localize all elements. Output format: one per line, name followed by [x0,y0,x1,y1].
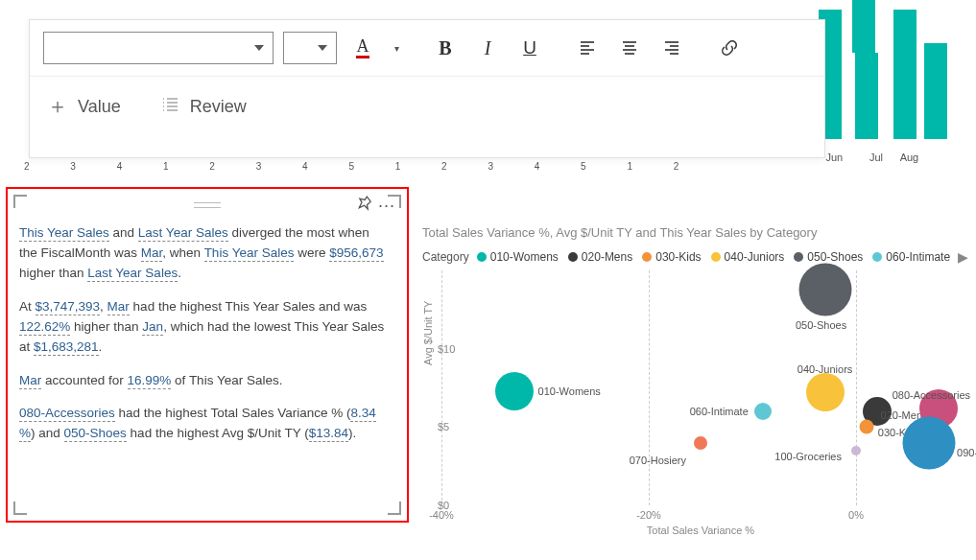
add-value-button[interactable]: ＋ Value [47,92,121,121]
align-right-button[interactable] [655,32,688,64]
legend-swatch [568,252,578,262]
bubble-label: 040-Juniors [797,363,852,375]
axis-label: Jul [869,152,883,163]
bubble-090-Home[interactable] [902,416,955,469]
italic-button[interactable]: I [471,32,504,64]
narr-value[interactable]: 050-Shoes [64,426,127,442]
bubble-070-Hosiery[interactable] [694,436,707,450]
narr-value[interactable]: Mar [141,245,163,262]
y-tick: $10 [438,343,455,355]
y-axis-label: Avg $/Unit TY [422,300,434,364]
legend-label: 020-Mens [582,250,632,264]
narrative-text-body[interactable]: This Year Sales and Last Year Sales dive… [12,220,403,517]
legend-swatch [477,252,487,262]
bubble-040-Juniors[interactable] [806,373,845,411]
pin-icon[interactable] [357,196,372,218]
legend-label: 060-Intimate [886,250,950,264]
narr-value[interactable]: 16.99% [128,373,172,389]
bubble-010-Womens[interactable] [495,372,534,410]
resize-handle[interactable] [388,502,401,515]
legend-swatch [794,252,803,262]
chart-title: Total Sales Variance %, Avg $/Unit TY an… [422,225,969,240]
underline-button[interactable]: U [513,32,546,64]
narr-value[interactable]: This Year Sales [19,225,109,242]
legend-swatch [642,252,652,262]
y-tick: $0 [438,500,449,511]
legend-label: 040-Juniors [725,250,785,264]
narr-value[interactable]: Mar [19,373,41,389]
visual-header: ··· [12,193,403,220]
x-tick: 0% [848,509,864,521]
review-label: Review [190,97,247,117]
bubble-030-Kids[interactable] [859,420,873,434]
resize-handle[interactable] [13,502,27,515]
narr-value[interactable]: 080-Accessories [19,406,115,422]
bubble-label: 090-Home [957,447,976,458]
align-center-button[interactable] [613,32,646,64]
bubble-label: 070-Hosiery [630,455,686,466]
font-color-button[interactable]: A [346,32,379,64]
legend-item[interactable]: 020-Mens [568,250,632,264]
bubble-label: 010-Womens [538,385,601,397]
legend-label: 050-Shoes [807,250,863,264]
review-button[interactable]: Review [159,94,247,120]
hyperlink-button[interactable] [713,32,746,64]
axis-label: Aug [900,152,919,163]
formatting-toolbar: A ▾ B I U ＋ Value Review [29,19,825,158]
review-icon [159,94,180,120]
font-family-select[interactable] [43,32,274,64]
font-color-dropdown[interactable]: ▾ [389,32,404,64]
narr-value[interactable]: Mar [107,299,130,315]
bubble-label: 080-Accessories [893,389,970,401]
narr-value[interactable]: $1,683,281 [34,339,99,356]
narr-value[interactable]: $956,673 [329,245,383,262]
bubble-label: 100-Groceries [774,451,842,462]
scatter-chart-visual[interactable]: Total Sales Variance %, Avg $/Unit TY an… [422,225,969,542]
bubble-060-Intimate[interactable] [754,403,772,420]
bubble-label: 050-Shoes [796,319,846,331]
bubble-100-Groceries[interactable] [851,446,861,455]
axis-label: Jun [825,152,843,163]
chart-plot-area[interactable]: Avg $/Unit TY Total Sales Variance % -40… [441,270,960,505]
narr-value[interactable]: Last Year Sales [138,225,228,242]
bubble-label: 060-Intimate [690,406,749,417]
legend-item[interactable]: 060-Intimate [872,250,950,264]
narr-value[interactable]: $13.84 [309,426,348,442]
value-label: Value [78,97,121,117]
legend-item[interactable]: 030-Kids [642,250,701,264]
narr-value[interactable]: 122.62% [19,319,70,336]
legend-title: Category [422,250,469,264]
bold-button[interactable]: B [429,32,462,64]
y-tick: $5 [438,421,449,432]
legend-swatch [872,252,882,262]
legend-item[interactable]: 040-Juniors [711,250,785,264]
font-size-select[interactable] [283,32,337,64]
legend-item[interactable]: 050-Shoes [794,250,863,264]
x-axis-label: Total Sales Variance % [647,525,754,536]
narrative-visual-highlight: ··· This Year Sales and Last Year Sales … [6,187,409,523]
narr-value[interactable]: This Year Sales [204,245,295,262]
legend-item[interactable]: 010-Womens [477,250,559,264]
chart-legend: Category 010-Womens020-Mens030-Kids040-J… [422,249,969,265]
narr-value[interactable]: Jan [142,319,163,336]
more-options-icon[interactable]: ··· [378,193,395,220]
legend-swatch [711,252,721,262]
legend-label: 030-Kids [655,250,701,264]
legend-label: 010-Womens [490,250,559,264]
narr-value[interactable]: $3,747,393 [36,299,101,315]
legend-scroll-right-icon[interactable]: ▶ [958,249,968,265]
align-left-button[interactable] [571,32,604,64]
narr-value[interactable]: Last Year Sales [87,266,178,282]
plus-icon: ＋ [47,92,68,121]
smart-narrative-visual[interactable]: ··· This Year Sales and Last Year Sales … [12,193,403,517]
bubble-050-Shoes[interactable] [798,263,851,315]
x-tick: -20% [636,509,661,521]
